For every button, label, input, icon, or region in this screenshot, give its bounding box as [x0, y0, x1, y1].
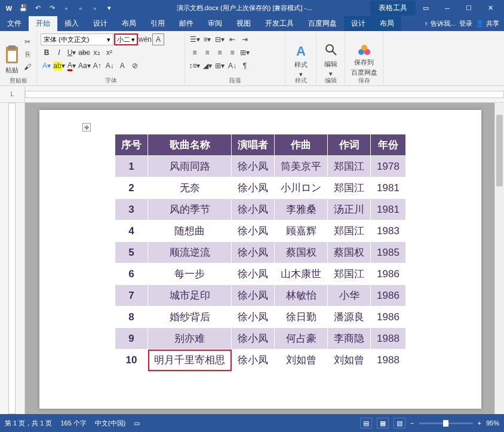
document-viewport[interactable]: ✥ 序号歌曲名称演唱者作曲作词年份 1风雨同路徐小凤筒美京平郑国江19782无奈… — [25, 103, 504, 414]
numbering-icon[interactable]: ≡▾ — [201, 33, 213, 45]
increase-indent-icon[interactable]: ⇥ — [239, 33, 251, 45]
vertical-ruler[interactable] — [0, 103, 25, 414]
table-row[interactable]: 9别亦难徐小凤何占豪李商隐1988 — [115, 328, 406, 350]
table-cell[interactable]: 小川ロン — [275, 177, 328, 199]
table-cell[interactable]: 随想曲 — [148, 220, 232, 242]
zoom-level[interactable]: 95% — [486, 419, 499, 427]
close-icon[interactable]: ✕ — [480, 2, 500, 15]
decrease-indent-icon[interactable]: ⇤ — [226, 33, 238, 45]
table-cell[interactable]: 李商隐 — [328, 328, 371, 350]
table-cell[interactable]: 顾嘉辉 — [275, 220, 328, 242]
font-name-input[interactable]: 宋体 (中文正文)▾ — [41, 33, 113, 45]
distribute-icon[interactable]: ⊞▾ — [239, 47, 251, 59]
table-cell[interactable]: 蔡国权 — [328, 242, 371, 264]
tab-design[interactable]: 设计 — [86, 16, 115, 31]
table-cell[interactable]: 徐小凤 — [232, 220, 275, 242]
table-cell[interactable]: 3 — [115, 199, 148, 220]
justify-icon[interactable]: ≡ — [226, 47, 238, 59]
tab-review[interactable]: 审阅 — [201, 16, 229, 31]
table-cell[interactable]: 郑国江 — [328, 220, 371, 242]
view-print-icon[interactable]: ▦ — [377, 418, 389, 428]
align-center-icon[interactable]: ≡ — [201, 47, 213, 59]
vertical-scrollbar[interactable] — [494, 103, 504, 414]
table-cell[interactable]: 1981 — [371, 177, 406, 199]
tab-layout[interactable]: 布局 — [115, 16, 143, 31]
save-icon[interactable]: 💾 — [17, 2, 30, 15]
status-macro-icon[interactable]: ▭ — [134, 419, 140, 427]
table-cell[interactable]: 徐小凤 — [232, 156, 275, 177]
italic-icon[interactable]: I — [53, 47, 65, 59]
table-cell[interactable]: 郑国江 — [328, 177, 371, 199]
table-cell[interactable]: 1981 — [371, 199, 406, 220]
underline-icon[interactable]: U▾ — [66, 47, 78, 59]
table-row[interactable]: 10明月千里寄相思徐小凤刘如曾刘如曾1988 — [115, 350, 406, 371]
tab-baidu[interactable]: 百度网盘 — [301, 16, 344, 31]
table-row[interactable]: 2无奈徐小凤小川ロン郑国江1981 — [115, 177, 406, 199]
status-lang[interactable]: 中文(中国) — [95, 419, 125, 428]
table-cell[interactable]: 徐小凤 — [232, 285, 275, 307]
change-case-icon[interactable]: A — [116, 60, 128, 72]
table-cell[interactable]: 刘如曾 — [328, 350, 371, 371]
table-cell[interactable]: 5 — [115, 242, 148, 264]
align-right-icon[interactable]: ≡ — [214, 47, 226, 59]
ribbon-options-icon[interactable]: ▭ — [416, 2, 436, 15]
tab-file[interactable]: 文件 — [0, 16, 29, 31]
table-cell[interactable]: 徐小凤 — [232, 328, 275, 350]
format-painter-icon[interactable]: 🖌 — [21, 61, 33, 73]
tab-table-design[interactable]: 设计 — [344, 16, 373, 31]
table-row[interactable]: 7城市足印徐小凤林敏怡小华1986 — [115, 285, 406, 307]
table-cell[interactable]: 郑国江 — [328, 264, 371, 285]
align-left-icon[interactable]: ≡ — [189, 47, 201, 59]
table-cell[interactable]: 2 — [115, 177, 148, 199]
zoom-in-icon[interactable]: + — [478, 419, 481, 427]
grow-font-icon[interactable]: A↑ — [91, 60, 103, 72]
undo-icon[interactable]: ↶ — [31, 2, 44, 15]
table-cell[interactable]: 李雅桑 — [275, 199, 328, 220]
qat-icon[interactable]: ▫ — [88, 2, 102, 15]
table-cell[interactable]: 无奈 — [148, 177, 232, 199]
horizontal-ruler[interactable]: L — [0, 86, 504, 103]
table-header[interactable]: 演唱者 — [232, 134, 275, 156]
table-cell[interactable]: 小华 — [328, 285, 371, 307]
table-cell[interactable]: 1988 — [371, 350, 406, 371]
table-cell[interactable]: 郑国江 — [328, 156, 371, 177]
superscript-icon[interactable]: x² — [103, 47, 115, 59]
table-cell[interactable]: 徐日勤 — [275, 307, 328, 328]
font-color-icon[interactable]: A▾ — [66, 60, 78, 72]
zoom-slider[interactable] — [419, 422, 473, 424]
table-cell[interactable]: 1988 — [371, 328, 406, 350]
tab-table-layout[interactable]: 布局 — [373, 16, 401, 31]
table-cell[interactable]: 风的季节 — [148, 199, 232, 220]
tab-home[interactable]: 开始 — [29, 16, 57, 31]
table-cell[interactable]: 徐小凤 — [232, 177, 275, 199]
line-spacing-icon[interactable]: ↕≡▾ — [189, 60, 201, 72]
borders-icon[interactable]: ⊞▾ — [214, 60, 226, 72]
highlight-icon[interactable]: ab▾ — [53, 60, 65, 72]
table-cell[interactable]: 1983 — [371, 220, 406, 242]
table-header[interactable]: 序号 — [115, 134, 148, 156]
cut-icon[interactable]: ✂ — [21, 36, 33, 48]
login-button[interactable]: 登录 — [459, 19, 472, 28]
tell-me[interactable]: ♀ 告诉我... — [423, 19, 455, 28]
table-header[interactable]: 歌曲名称 — [148, 134, 232, 156]
qat-dropdown-icon[interactable]: ▾ — [103, 2, 116, 15]
table-cell[interactable]: 林敏怡 — [275, 285, 328, 307]
table-header[interactable]: 年份 — [371, 134, 406, 156]
table-cell[interactable]: 筒美京平 — [275, 156, 328, 177]
table-cell[interactable]: 何占豪 — [275, 328, 328, 350]
copy-icon[interactable]: ⎘ — [21, 48, 33, 60]
tab-mailings[interactable]: 邮件 — [172, 16, 201, 31]
table-cell[interactable]: 4 — [115, 220, 148, 242]
tab-view[interactable]: 视图 — [229, 16, 258, 31]
status-page[interactable]: 第 1 页，共 1 页 — [5, 419, 52, 428]
word-icon[interactable]: W — [2, 2, 16, 15]
multilevel-icon[interactable]: ⊟▾ — [214, 33, 226, 45]
qat-icon[interactable]: ▫ — [74, 2, 87, 15]
table-cell[interactable]: 风雨同路 — [148, 156, 232, 177]
table-row[interactable]: 3风的季节徐小凤李雅桑汤正川1981 — [115, 199, 406, 220]
table-cell[interactable]: 徐小凤 — [232, 242, 275, 264]
table-cell[interactable]: 徐小凤 — [232, 199, 275, 220]
bullets-icon[interactable]: ☰▾ — [189, 33, 201, 45]
table-cell[interactable]: 山木康世 — [275, 264, 328, 285]
char-shading-icon[interactable]: Aa▾ — [78, 60, 91, 72]
